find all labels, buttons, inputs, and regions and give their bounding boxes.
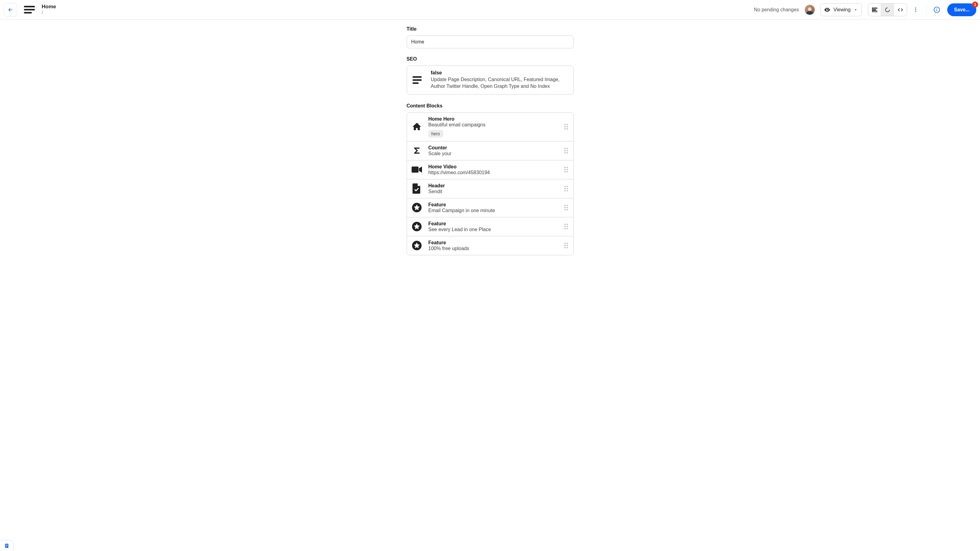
save-button[interactable]: Save... 1 [947,3,976,16]
drag-handle[interactable] [565,167,568,172]
content-block-item[interactable]: CounterScale your [407,141,573,160]
more-options-button[interactable] [910,7,922,13]
block-subtitle: Scale your [428,151,558,156]
block-subtitle: Email Campaign in one minute [428,208,558,213]
drag-handle[interactable] [565,224,568,229]
block-title: Feature [428,202,558,208]
chevron-down-icon [854,8,858,12]
svg-rect-5 [937,10,937,11]
seo-card-title: false [431,70,568,76]
viewing-label: Viewing [834,7,851,13]
seo-card[interactable]: false Update Page Description, Canonical… [407,65,574,95]
svg-point-0 [915,7,916,8]
info-icon [934,6,940,13]
content-block-item[interactable]: FeatureSee every Lead in one Place [407,218,573,236]
info-button[interactable] [931,6,943,13]
drag-handle[interactable] [565,148,568,153]
svg-rect-6 [412,167,418,173]
content-blocks-list: Home HeroBeautiful email campaignsheroCo… [407,112,574,255]
more-vertical-icon [913,7,919,13]
drag-handle[interactable] [565,205,568,210]
star-icon [411,240,422,251]
panel-view-button[interactable] [868,4,881,16]
title-input[interactable] [407,35,574,48]
content-block-item[interactable]: Home HeroBeautiful email campaignshero [407,113,573,141]
main-content: Title SEO false Update Page Description,… [0,20,980,268]
form: Title SEO false Update Page Description,… [407,26,574,255]
blocks-section-label: Content Blocks [407,103,574,109]
avatar[interactable] [805,5,815,15]
star-icon [411,202,422,213]
svg-point-4 [937,8,937,9]
lines-icon [412,76,423,84]
svg-point-1 [915,9,916,10]
save-badge: 1 [972,2,978,8]
drag-handle[interactable] [565,243,568,248]
docchk-icon [411,183,422,194]
block-subtitle: 100% free uploads [428,246,558,251]
block-subtitle: Beautiful email campaigns [428,122,558,128]
block-title: Counter [428,145,558,151]
page-title: Home [41,4,56,10]
viewing-mode-selector[interactable]: Viewing [821,3,862,16]
block-subtitle: Sendit [428,189,558,194]
block-title: Home Hero [428,116,558,122]
title-field-label: Title [407,26,574,32]
sigma-icon [411,145,422,156]
block-subtitle: See every Lead in one Place [428,227,558,232]
title-block: Home / [41,4,56,15]
star-icon [411,221,422,232]
drag-handle[interactable] [565,124,568,130]
content-block-item[interactable]: Home Videohttps://vimeo.com/45830194 [407,160,573,179]
divider [926,5,926,15]
block-title: Feature [428,221,558,227]
save-button-label: Save... [954,7,970,12]
svg-point-2 [915,11,916,12]
content-block-item[interactable]: Feature100% free uploads [407,236,573,255]
pending-changes-label: No pending changes [754,7,799,13]
block-title: Home Video [428,164,558,170]
block-title: Header [428,183,558,189]
video-icon [411,164,422,175]
content-block-item[interactable]: HeaderSendit [407,179,573,198]
block-subtitle: https://vimeo.com/45830194 [428,170,558,175]
breadcrumb: / [41,10,56,15]
seo-card-desc: Update Page Description, Canonical URL, … [431,76,568,90]
arrow-left-icon [7,7,13,13]
sync-icon [885,7,891,13]
back-button[interactable] [4,3,17,16]
seo-section-label: SEO [407,56,574,62]
content-block-item[interactable]: FeatureEmail Campaign in one minute [407,198,573,218]
panel-icon [872,7,878,13]
app-logo-icon [24,6,35,13]
block-tag: hero [428,130,443,137]
code-view-button[interactable] [894,4,907,16]
code-icon [897,7,904,13]
eye-icon [824,6,830,13]
block-title: Feature [428,240,558,246]
home-icon [411,121,422,132]
app-header: Home / No pending changes Viewing Save..… [0,0,980,20]
drag-handle[interactable] [565,186,568,191]
view-toggle-group [868,3,907,16]
sync-view-button[interactable] [881,4,894,16]
